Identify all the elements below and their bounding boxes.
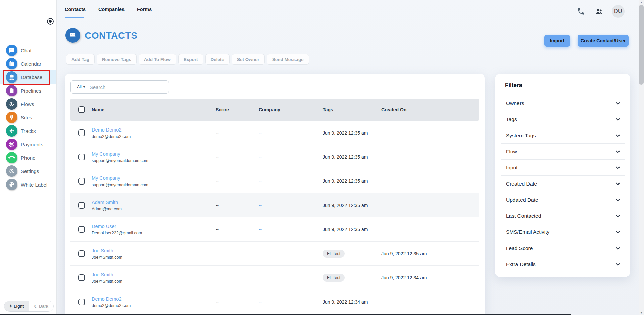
table-header: Name Score Company Tags Created On [70, 99, 479, 121]
contact-name-link[interactable]: Demo Demo2 [92, 127, 121, 133]
table-row[interactable]: Demo Demo2demo2@demo2.com -- -- Jun 9, 2… [70, 290, 479, 314]
sidebar: Chat Calendar Database Pipelines Flows [0, 0, 57, 315]
created-on-cell: Jun 9, 2022 12:35 am [381, 251, 479, 256]
company-link[interactable]: -- [259, 275, 323, 280]
column-header-created-on[interactable]: Created On [381, 107, 479, 112]
filter-item-tags[interactable]: Tags [501, 111, 625, 127]
filter-item-sms-email-activity[interactable]: SMS/Email Activity [501, 224, 625, 240]
add-to-flow-button[interactable]: Add To Flow [139, 54, 176, 65]
contact-name-link[interactable]: My Company [92, 175, 120, 181]
company-link[interactable]: -- [259, 227, 323, 232]
create-contact-user-button[interactable]: Create Contact/User [578, 35, 629, 47]
table-row[interactable]: Adam SmithAdam@me.com -- -- Jun 9, 2022 … [70, 193, 479, 217]
sidebar-item-flows[interactable]: Flows [0, 97, 56, 111]
filter-item-owners[interactable]: Owners [501, 95, 625, 111]
sidebar-collapse-toggle-icon[interactable] [47, 18, 54, 25]
avatar[interactable]: DU [612, 5, 625, 18]
sidebar-item-pipelines[interactable]: Pipelines [0, 84, 56, 97]
sidebar-item-white-label[interactable]: White Label [0, 178, 56, 191]
row-checkbox[interactable] [78, 178, 85, 185]
company-link[interactable]: -- [259, 154, 323, 159]
moon-icon: ☾ [34, 304, 38, 309]
table-row[interactable]: Demo Demo2demo2@demo2.com -- -- Jun 9, 2… [70, 121, 479, 145]
table-row[interactable]: Joe SmithJoe@Smith.com -- -- FL Test Jun… [70, 266, 479, 290]
phone-icon[interactable] [577, 7, 585, 16]
company-link[interactable]: -- [259, 130, 323, 135]
score-cell: -- [216, 275, 259, 280]
palette-icon [6, 179, 17, 190]
filter-item-created-date[interactable]: Created Date [501, 175, 625, 192]
sidebar-item-payments[interactable]: Payments [0, 138, 56, 151]
contact-name-link[interactable]: Demo Demo2 [92, 296, 121, 302]
theme-dark-button[interactable]: ☾ Dark [29, 301, 54, 311]
filter-item-system-tags[interactable]: System Tags [501, 127, 625, 143]
search-input[interactable] [90, 84, 169, 90]
sidebar-item-label: Pipelines [21, 88, 41, 94]
scroll-up-arrow-icon[interactable]: ▲ [639, 0, 644, 5]
filter-item-input[interactable]: Input [501, 159, 625, 175]
select-all-checkbox[interactable] [78, 106, 85, 113]
company-link[interactable]: -- [259, 299, 323, 304]
contact-name-link[interactable]: My Company [92, 151, 120, 157]
filter-item-flow[interactable]: Flow [501, 143, 625, 159]
sidebar-item-chat[interactable]: Chat [0, 44, 56, 57]
row-checkbox[interactable] [78, 129, 85, 136]
column-header-company[interactable]: Company [259, 107, 323, 112]
search-scope-dropdown[interactable]: All ▼ [77, 85, 86, 89]
tab-contacts[interactable]: Contacts [65, 7, 86, 12]
send-message-button[interactable]: Send Message [267, 54, 309, 65]
company-link[interactable]: -- [259, 251, 323, 256]
row-checkbox[interactable] [78, 274, 85, 281]
company-link[interactable]: -- [259, 178, 323, 183]
sidebar-item-database[interactable]: Database [0, 70, 56, 84]
sidebar-item-label: Flows [21, 101, 34, 107]
chevron-down-icon [615, 150, 621, 153]
table-row[interactable]: My Companysupport@myemaildomain.com -- -… [70, 145, 479, 169]
score-cell: -- [216, 251, 259, 256]
chevron-down-icon [615, 134, 621, 137]
contact-name-link[interactable]: Joe Smith [92, 248, 113, 253]
theme-light-button[interactable]: ☀ Light [4, 301, 29, 311]
row-checkbox[interactable] [78, 154, 85, 160]
row-checkbox[interactable] [78, 299, 85, 305]
sidebar-item-label: White Label [21, 182, 47, 188]
scrollbar-thumb[interactable] [639, 5, 644, 85]
scroll-down-arrow-icon[interactable]: ▼ [639, 310, 644, 315]
filter-item-extra-details[interactable]: Extra Details [501, 256, 625, 272]
table-row[interactable]: Demo UserDemoUser222@gmail.com -- -- Jun… [70, 217, 479, 242]
tab-companies[interactable]: Companies [98, 7, 125, 12]
tab-forms[interactable]: Forms [137, 7, 152, 12]
table-row[interactable]: My Companysupport@myemaildomain.com -- -… [70, 169, 479, 193]
import-button[interactable]: Import [544, 35, 570, 47]
sun-icon: ☀ [9, 304, 12, 308]
filter-item-updated-date[interactable]: Updated Date [501, 192, 625, 208]
set-owner-button[interactable]: Set Owner [232, 54, 265, 65]
sidebar-item-phone[interactable]: Phone [0, 151, 56, 164]
remove-tags-button[interactable]: Remove Tags [97, 54, 137, 65]
contact-name-link[interactable]: Adam Smith [92, 200, 118, 205]
sidebar-item-settings[interactable]: Settings [0, 164, 56, 178]
contact-name-link[interactable]: Demo User [92, 224, 116, 229]
row-checkbox[interactable] [78, 250, 85, 257]
sidebar-item-calendar[interactable]: Calendar [0, 57, 56, 70]
contact-name-link[interactable]: Joe Smith [92, 272, 113, 277]
tag-pill: FL Test [323, 274, 345, 282]
row-checkbox[interactable] [78, 226, 85, 233]
column-header-name[interactable]: Name [92, 107, 216, 112]
created-on-cell: Jun 9, 2022 12:34 am [323, 299, 381, 305]
sidebar-item-tracks[interactable]: Tracks [0, 124, 56, 138]
add-tag-button[interactable]: Add Tag [66, 54, 95, 65]
filter-item-lead-score[interactable]: Lead Score [501, 240, 625, 256]
row-checkbox[interactable] [78, 202, 85, 209]
table-row[interactable]: Joe SmithJoe@Smith.com -- -- FL Test Jun… [70, 242, 479, 266]
users-icon[interactable] [594, 7, 604, 16]
delete-button[interactable]: Delete [205, 54, 230, 65]
column-header-score[interactable]: Score [216, 107, 259, 112]
page-title: CONTACTS [85, 30, 137, 41]
export-button[interactable]: Export [178, 54, 203, 65]
column-header-tags[interactable]: Tags [323, 107, 381, 112]
scrollbar[interactable]: ▲ ▼ [639, 0, 644, 315]
sidebar-item-sites[interactable]: Sites [0, 111, 56, 124]
company-link[interactable]: -- [259, 203, 323, 208]
filter-item-last-contacted[interactable]: Last Contacted [501, 208, 625, 224]
